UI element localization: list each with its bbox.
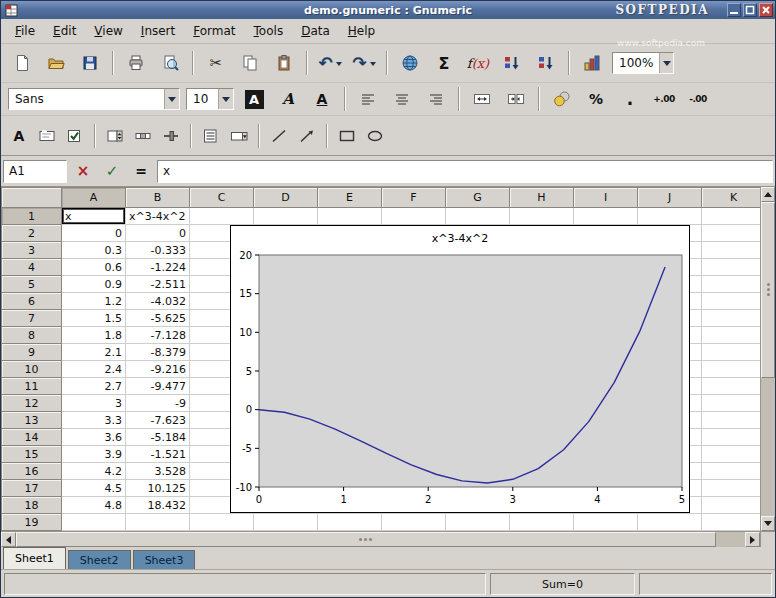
insert-frame-button[interactable]: [35, 122, 59, 149]
cell-J19[interactable]: [638, 514, 702, 531]
row-header-12[interactable]: 12: [2, 395, 62, 412]
cell-A12[interactable]: 3: [62, 395, 126, 412]
save-button[interactable]: [76, 50, 104, 77]
cell-H19[interactable]: [510, 514, 574, 531]
cell-A16[interactable]: 4.2: [62, 463, 126, 480]
cell-A14[interactable]: 3.6: [62, 429, 126, 446]
draw-line-button[interactable]: [267, 122, 291, 149]
cell-D19[interactable]: [254, 514, 318, 531]
menu-edit[interactable]: Edit: [44, 21, 85, 41]
cell-A13[interactable]: 3.3: [62, 412, 126, 429]
cell-B19[interactable]: [126, 514, 190, 531]
format-percent-button[interactable]: %: [582, 86, 610, 113]
cell-A7[interactable]: 1.5: [62, 310, 126, 327]
tab-sheet1[interactable]: Sheet1: [3, 547, 66, 569]
cell-C19[interactable]: [190, 514, 254, 531]
row-header-14[interactable]: 14: [2, 429, 62, 446]
redo-dropdown-arrow-icon[interactable]: [370, 62, 376, 69]
insert-label-button[interactable]: A: [7, 122, 31, 149]
embedded-chart[interactable]: x^3-4x^2-10-505101520012345: [230, 225, 690, 513]
cell-A18[interactable]: 4.8: [62, 497, 126, 514]
cell-B12[interactable]: -9: [126, 395, 190, 412]
accept-button[interactable]: ✓: [99, 159, 125, 183]
select-all-corner[interactable]: [2, 188, 62, 208]
cell-E1[interactable]: [318, 208, 382, 225]
equals-button[interactable]: =: [128, 159, 154, 183]
align-center-button[interactable]: [388, 86, 416, 113]
underline-button[interactable]: A: [308, 86, 336, 113]
cell-K15[interactable]: [702, 446, 766, 463]
cell-K14[interactable]: [702, 429, 766, 446]
column-header-C[interactable]: C: [190, 188, 254, 208]
cell-A10[interactable]: 2.4: [62, 361, 126, 378]
horizontal-scrollbar-thumb[interactable]: [16, 532, 716, 547]
draw-ellipse-button[interactable]: [363, 122, 387, 149]
cell-A17[interactable]: 4.5: [62, 480, 126, 497]
cell-K1[interactable]: [702, 208, 766, 225]
column-header-J[interactable]: J: [638, 188, 702, 208]
cell-K16[interactable]: [702, 463, 766, 480]
cell-A5[interactable]: 0.9: [62, 276, 126, 293]
cell-A2[interactable]: 0: [62, 225, 126, 242]
column-header-F[interactable]: F: [382, 188, 446, 208]
row-header-13[interactable]: 13: [2, 412, 62, 429]
row-header-19[interactable]: 19: [2, 514, 62, 531]
menu-tools[interactable]: Tools: [245, 21, 293, 41]
font-name-combobox[interactable]: Sans: [8, 88, 180, 110]
insert-combobox-button[interactable]: [227, 122, 251, 149]
column-header-G[interactable]: G: [446, 188, 510, 208]
cell-B15[interactable]: -1.521: [126, 446, 190, 463]
cell-A15[interactable]: 3.9: [62, 446, 126, 463]
cell-K3[interactable]: [702, 242, 766, 259]
cell-B8[interactable]: -7.128: [126, 327, 190, 344]
minimize-button[interactable]: [727, 3, 741, 17]
cell-B3[interactable]: -0.333: [126, 242, 190, 259]
column-header-E[interactable]: E: [318, 188, 382, 208]
vertical-scrollbar[interactable]: [760, 187, 775, 531]
row-header-6[interactable]: 6: [2, 293, 62, 310]
insert-scrollbar-button[interactable]: [131, 122, 155, 149]
cell-B13[interactable]: -7.623: [126, 412, 190, 429]
cell-K10[interactable]: [702, 361, 766, 378]
cell-K13[interactable]: [702, 412, 766, 429]
print-preview-button[interactable]: [156, 50, 184, 77]
cell-G19[interactable]: [446, 514, 510, 531]
cell-A8[interactable]: 1.8: [62, 327, 126, 344]
align-right-button[interactable]: [422, 86, 450, 113]
cell-K9[interactable]: [702, 344, 766, 361]
cut-button[interactable]: ✂: [202, 50, 230, 77]
cell-A9[interactable]: 2.1: [62, 344, 126, 361]
cell-K5[interactable]: [702, 276, 766, 293]
cell-K2[interactable]: [702, 225, 766, 242]
insert-checkbox-button[interactable]: [63, 122, 87, 149]
cell-A1[interactable]: x: [62, 208, 126, 225]
cell-K8[interactable]: [702, 327, 766, 344]
cell-B4[interactable]: -1.224: [126, 259, 190, 276]
cell-G1[interactable]: [446, 208, 510, 225]
cell-J1[interactable]: [638, 208, 702, 225]
menu-view[interactable]: View: [85, 21, 131, 41]
cell-A11[interactable]: 2.7: [62, 378, 126, 395]
cell-K19[interactable]: [702, 514, 766, 531]
cell-K17[interactable]: [702, 480, 766, 497]
row-header-9[interactable]: 9: [2, 344, 62, 361]
row-header-17[interactable]: 17: [2, 480, 62, 497]
thousands-separator-button[interactable]: .: [616, 86, 644, 113]
cell-I1[interactable]: [574, 208, 638, 225]
font-size-combobox[interactable]: 10: [186, 88, 234, 110]
titlebar[interactable]: demo.gnumeric : Gnumeric SOFTPEDIA: [1, 1, 775, 19]
cell-C1[interactable]: [190, 208, 254, 225]
cell-A19[interactable]: [62, 514, 126, 531]
bold-button[interactable]: A: [240, 86, 268, 113]
row-header-18[interactable]: 18: [2, 497, 62, 514]
cell-B1[interactable]: x^3-4x^2: [126, 208, 190, 225]
italic-button[interactable]: A: [274, 86, 302, 113]
cell-B17[interactable]: 10.125: [126, 480, 190, 497]
font-name-dropdown-button[interactable]: [164, 89, 179, 109]
row-header-5[interactable]: 5: [2, 276, 62, 293]
close-button[interactable]: [759, 3, 773, 17]
column-header-B[interactable]: B: [126, 188, 190, 208]
column-header-A[interactable]: A: [62, 188, 126, 208]
cell-E19[interactable]: [318, 514, 382, 531]
menu-insert[interactable]: Insert: [132, 21, 184, 41]
